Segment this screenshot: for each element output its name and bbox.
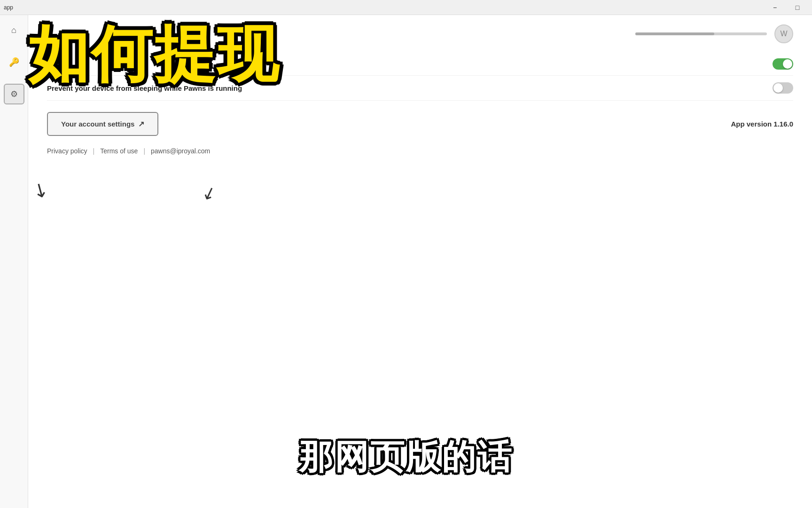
footer-divider-1: | — [93, 147, 95, 155]
slider-track[interactable] — [635, 32, 767, 35]
title-bar: app − □ — [0, 0, 812, 15]
title-bar-left: app — [4, 4, 13, 11]
app-window: ⌂ ne 🔑 eys ⚙ ngs W — [0, 15, 812, 508]
top-bar: W — [47, 24, 793, 43]
sleep-toggle[interactable] — [773, 82, 793, 94]
account-settings-label: Your account settings — [61, 120, 134, 128]
sleep-prevention-row: Prevent your device from sleeping while … — [47, 76, 793, 101]
settings-icon: ⚙ — [10, 89, 18, 99]
slider-fill — [635, 32, 714, 35]
sidebar-item-settings[interactable]: ⚙ — [4, 84, 24, 104]
sidebar: ⌂ ne 🔑 eys ⚙ ngs — [0, 15, 28, 508]
title-bar-controls: − □ — [764, 0, 808, 15]
keys-icon: 🔑 — [9, 57, 19, 67]
home-icon: ⌂ — [11, 25, 16, 35]
settings-section: Prevent your device from sleeping while … — [47, 53, 793, 101]
external-link-icon: ↗ — [138, 119, 144, 128]
sidebar-settings-wrapper: ⚙ ngs — [0, 84, 28, 104]
sleep-prevention-label: Prevent your device from sleeping while … — [47, 84, 242, 92]
footer-links: Privacy policy | Terms of use | pawns@ip… — [47, 147, 793, 155]
main-content: W Prevent your device from sleeping whil… — [28, 15, 812, 508]
terms-of-use-link[interactable]: Terms of use — [100, 147, 138, 155]
footer-divider-2: | — [143, 147, 145, 155]
avatar[interactable]: W — [774, 24, 793, 43]
maximize-button[interactable]: □ — [787, 0, 808, 15]
toggle-switch-1[interactable] — [773, 58, 793, 70]
avatar-label: W — [780, 30, 787, 38]
sidebar-item-home[interactable]: ⌂ — [4, 20, 24, 40]
toggle-knob-1 — [783, 59, 792, 69]
sidebar-keys-wrapper: 🔑 eys — [0, 52, 28, 72]
sleep-toggle-knob — [773, 83, 783, 93]
email-link[interactable]: pawns@iproyal.com — [151, 147, 210, 155]
minimize-button[interactable]: − — [764, 0, 786, 15]
privacy-policy-link[interactable]: Privacy policy — [47, 147, 87, 155]
app-title: app — [4, 4, 13, 11]
app-version: App version 1.16.0 — [731, 120, 793, 128]
sidebar-item-keys[interactable]: 🔑 — [4, 52, 24, 72]
account-btn-container: Your account settings ↗ App version 1.16… — [47, 112, 793, 136]
account-settings-button[interactable]: Your account settings ↗ — [47, 112, 158, 136]
toggle-row-1 — [47, 53, 793, 76]
slider-container — [635, 32, 767, 35]
sidebar-home-wrapper: ⌂ ne — [0, 20, 28, 40]
